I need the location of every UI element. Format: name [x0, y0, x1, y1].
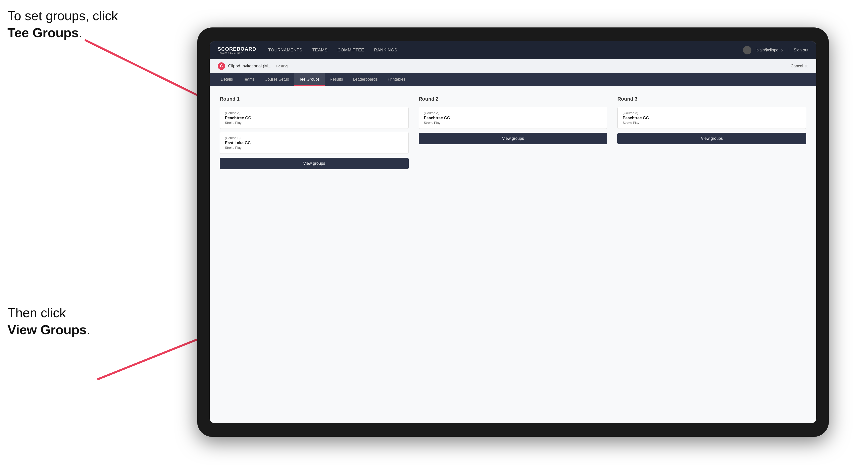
round-3-course-a-label: (Course A) — [623, 111, 801, 115]
tab-tee-groups[interactable]: Tee Groups — [294, 73, 325, 86]
tab-leaderboards[interactable]: Leaderboards — [348, 73, 383, 86]
tab-teams[interactable]: Teams — [238, 73, 260, 86]
round-2-column: Round 2 (Course A) Peachtree GC Stroke P… — [418, 96, 608, 144]
nav-right: blair@clippd.io | Sign out — [743, 46, 808, 54]
sign-out-link[interactable]: Sign out — [794, 48, 808, 53]
round-1-column: Round 1 (Course A) Peachtree GC Stroke P… — [220, 96, 409, 169]
round-2-view-groups-button[interactable]: View groups — [418, 133, 608, 144]
nav-teams[interactable]: TEAMS — [312, 48, 328, 53]
round-1-course-a-format: Stroke Play — [225, 121, 403, 125]
hosting-label: Hosting — [276, 64, 287, 68]
round-1-course-a-name: Peachtree GC — [225, 116, 403, 120]
round-3-course-a-name: Peachtree GC — [623, 116, 801, 120]
cancel-button[interactable]: Cancel ✕ — [790, 63, 808, 69]
tab-bar: Details Teams Course Setup Tee Groups Re… — [210, 73, 816, 86]
sub-nav: C Clippd Invitational (M... Hosting Canc… — [210, 59, 816, 73]
round-1-course-b-card: (Course B) East Lake GC Stroke Play — [220, 132, 409, 154]
tournament-title: Clippd Invitational (M... — [228, 64, 271, 69]
nav-logo: SCOREBOARD Powered by clippit — [218, 46, 256, 54]
nav-rankings[interactable]: RANKINGS — [374, 48, 397, 53]
round-3-course-a-card: (Course A) Peachtree GC Stroke Play — [617, 107, 806, 129]
round-1-course-a-card: (Course A) Peachtree GC Stroke Play — [220, 107, 409, 129]
round-3-column: Round 3 (Course A) Peachtree GC Stroke P… — [617, 96, 806, 144]
tab-results[interactable]: Results — [325, 73, 348, 86]
tablet-screen: SCOREBOARD Powered by clippit TOURNAMENT… — [210, 41, 816, 423]
round-1-view-groups-button[interactable]: View groups — [220, 158, 409, 169]
round-3-title: Round 3 — [617, 96, 806, 102]
avatar — [743, 46, 751, 54]
nav-user-email: blair@clippd.io — [756, 48, 783, 53]
nav-committee[interactable]: COMMITTEE — [338, 48, 364, 53]
round-1-course-b-name: East Lake GC — [225, 141, 403, 145]
nav-tournaments[interactable]: TOURNAMENTS — [268, 48, 302, 53]
round-1-course-b-format: Stroke Play — [225, 146, 403, 150]
nav-logo-sub: Powered by clippit — [218, 52, 256, 54]
nav-links: TOURNAMENTS TEAMS COMMITTEE RANKINGS — [268, 48, 743, 53]
tab-details[interactable]: Details — [216, 73, 238, 86]
nav-bar: SCOREBOARD Powered by clippit TOURNAMENT… — [210, 41, 816, 59]
tab-printables[interactable]: Printables — [383, 73, 410, 86]
nav-logo-text: SCOREBOARD — [218, 46, 256, 52]
tablet: SCOREBOARD Powered by clippit TOURNAMENT… — [197, 27, 829, 437]
round-3-course-a-format: Stroke Play — [623, 121, 801, 125]
round-2-course-a-card: (Course A) Peachtree GC Stroke Play — [418, 107, 608, 129]
round-1-course-a-label: (Course A) — [225, 111, 403, 115]
sub-nav-logo: C Clippd Invitational (M... Hosting — [218, 62, 287, 70]
round-2-course-a-label: (Course A) — [424, 111, 602, 115]
main-content: Round 1 (Course A) Peachtree GC Stroke P… — [210, 86, 816, 423]
round-1-title: Round 1 — [220, 96, 409, 102]
round-2-title: Round 2 — [418, 96, 608, 102]
round-1-course-b-label: (Course B) — [225, 136, 403, 140]
rounds-container: Round 1 (Course A) Peachtree GC Stroke P… — [220, 96, 806, 169]
round-3-view-groups-button[interactable]: View groups — [617, 133, 806, 144]
brand-icon: C — [218, 62, 225, 70]
tab-course-setup[interactable]: Course Setup — [260, 73, 294, 86]
round-2-course-a-name: Peachtree GC — [424, 116, 602, 120]
round-2-course-a-format: Stroke Play — [424, 121, 602, 125]
instruction-top-line1: To set groups, click — [7, 7, 118, 25]
